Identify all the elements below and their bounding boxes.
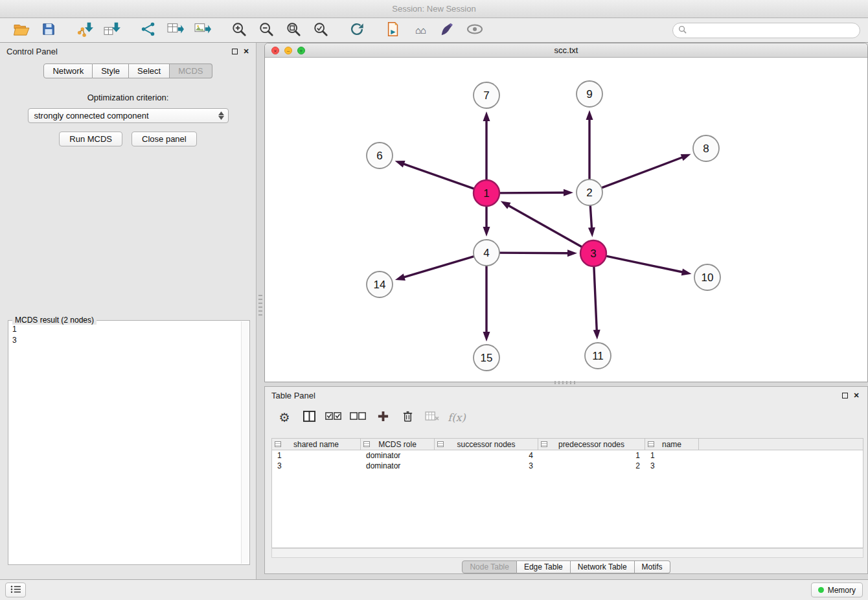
- export-table-button[interactable]: [162, 20, 189, 41]
- edge-2-9[interactable]: [586, 110, 593, 179]
- network-window-title: scc.txt: [554, 45, 578, 55]
- node-9[interactable]: 9: [577, 81, 602, 107]
- new-network-button[interactable]: [135, 20, 162, 41]
- column-header-mcds-role[interactable]: MCDS role: [361, 439, 435, 450]
- tab-style[interactable]: Style: [93, 63, 129, 78]
- edge-1-4[interactable]: [483, 206, 490, 237]
- node-7[interactable]: 7: [474, 82, 499, 108]
- zoom-in-button[interactable]: [225, 20, 253, 41]
- column-header-successor-nodes[interactable]: successor nodes: [435, 439, 538, 450]
- houses-icon: ⌂⌂: [415, 25, 426, 35]
- delete-columns-button[interactable]: [397, 408, 418, 427]
- node-2[interactable]: 2: [577, 179, 602, 205]
- edge-3-1[interactable]: [501, 201, 582, 247]
- function-builder-button[interactable]: f(x): [446, 408, 467, 427]
- edge-1-2[interactable]: [499, 189, 573, 196]
- node-4[interactable]: 4: [474, 240, 499, 266]
- close-icon: ✕: [243, 47, 249, 56]
- node-label: 6: [376, 150, 382, 162]
- table-float-button[interactable]: [840, 391, 849, 400]
- import-network-button[interactable]: [71, 20, 98, 41]
- node-label: 14: [374, 279, 386, 291]
- edge-2-3[interactable]: [588, 205, 595, 237]
- import-table-button[interactable]: [98, 20, 126, 41]
- network-graph[interactable]: 7968124314101511: [265, 58, 867, 382]
- first-neighbors-button[interactable]: [380, 20, 407, 41]
- apply-layout-button[interactable]: [343, 20, 371, 41]
- show-columns-button[interactable]: [299, 408, 319, 427]
- edge-1-6[interactable]: [395, 161, 475, 189]
- node-10[interactable]: 10: [694, 264, 720, 290]
- node-1[interactable]: 1: [474, 180, 499, 206]
- titlebar: Session: New Session: [0, 0, 868, 18]
- column-header-shared-name[interactable]: shared name: [272, 439, 361, 450]
- create-column-button[interactable]: [372, 408, 393, 427]
- select-all-columns-button[interactable]: [323, 408, 344, 427]
- window-minimize-icon[interactable]: −: [284, 47, 292, 54]
- edge-3-10[interactable]: [606, 256, 692, 275]
- close-panel-button[interactable]: Close panel: [131, 132, 197, 146]
- node-8[interactable]: 8: [693, 135, 719, 161]
- paintbrush-icon: [440, 21, 455, 39]
- edge-2-8[interactable]: [602, 154, 691, 188]
- tab-mcds[interactable]: MCDS: [170, 63, 212, 78]
- memory-label: Memory: [828, 586, 856, 595]
- window-zoom-icon[interactable]: +: [297, 47, 305, 54]
- unselect-all-columns-button[interactable]: [348, 408, 369, 427]
- edge-4-3[interactable]: [499, 249, 577, 257]
- close-panel-x-button[interactable]: ✕: [242, 47, 251, 56]
- node-11[interactable]: 11: [585, 343, 611, 369]
- zoom-out-button[interactable]: [253, 20, 280, 41]
- tab-motifs[interactable]: Motifs: [635, 560, 670, 573]
- tab-network[interactable]: Network: [43, 63, 93, 78]
- task-history-button[interactable]: [5, 583, 26, 597]
- mcds-result-line: 1: [12, 324, 17, 335]
- table-row[interactable]: 3dominator323: [272, 461, 863, 471]
- run-mcds-button[interactable]: Run MCDS: [59, 132, 122, 146]
- column-header-name[interactable]: name: [645, 439, 699, 450]
- delete-table-button[interactable]: [422, 408, 442, 427]
- node-6[interactable]: 6: [367, 143, 393, 168]
- tab-network-table[interactable]: Network Table: [571, 560, 635, 573]
- search-box[interactable]: [672, 23, 860, 38]
- node-15[interactable]: 15: [474, 345, 499, 371]
- memory-button[interactable]: Memory: [811, 583, 863, 597]
- tab-edge-table[interactable]: Edge Table: [517, 560, 571, 573]
- tab-node-table[interactable]: Node Table: [462, 560, 517, 573]
- column-header-predecessor-nodes[interactable]: predecessor nodes: [538, 439, 645, 450]
- horizontal-splitter-grip[interactable]: [554, 381, 577, 384]
- column-header-label: successor nodes: [457, 440, 515, 449]
- edge-4-15[interactable]: [483, 266, 490, 341]
- table-rows: 1dominator4113dominator323: [272, 450, 863, 471]
- table-horizontal-scrollbar[interactable]: [271, 548, 863, 558]
- export-image-button[interactable]: [189, 20, 216, 41]
- edge-4-14[interactable]: [395, 257, 474, 281]
- search-input[interactable]: [690, 26, 854, 35]
- zoom-selected-button[interactable]: [307, 20, 334, 41]
- window-close-icon[interactable]: ×: [271, 47, 279, 54]
- float-panel-button[interactable]: [230, 47, 239, 56]
- list-icon: [10, 584, 21, 596]
- column-edit-icon: [648, 441, 654, 447]
- table-settings-button[interactable]: ⚙: [274, 408, 295, 427]
- optimization-label: Optimization criterion:: [0, 93, 256, 102]
- network-overview-button[interactable]: ⌂⌂: [407, 20, 434, 41]
- node-label: 15: [481, 352, 493, 364]
- edge-3-11[interactable]: [593, 266, 600, 340]
- table-panel-header: Table Panel ✕: [265, 387, 867, 404]
- hide-graphics-details-button[interactable]: [434, 20, 461, 41]
- result-vertical-scrollbar[interactable]: [241, 321, 249, 564]
- network-window: × − + scc.txt 7968124314101511: [264, 43, 868, 382]
- save-session-button[interactable]: [35, 20, 62, 41]
- optimization-dropdown[interactable]: strongly connected component: [28, 108, 229, 123]
- vertical-splitter-grip[interactable]: [258, 295, 262, 317]
- node-3[interactable]: 3: [580, 240, 606, 266]
- edge-1-7[interactable]: [483, 111, 490, 180]
- node-14[interactable]: 14: [367, 271, 393, 297]
- open-session-button[interactable]: [8, 20, 35, 41]
- show-graphics-details-button[interactable]: [461, 20, 488, 41]
- zoom-fit-button[interactable]: [280, 20, 307, 41]
- table-close-button[interactable]: ✕: [852, 391, 861, 400]
- table-row[interactable]: 1dominator411: [272, 450, 863, 461]
- tab-select[interactable]: Select: [129, 63, 170, 78]
